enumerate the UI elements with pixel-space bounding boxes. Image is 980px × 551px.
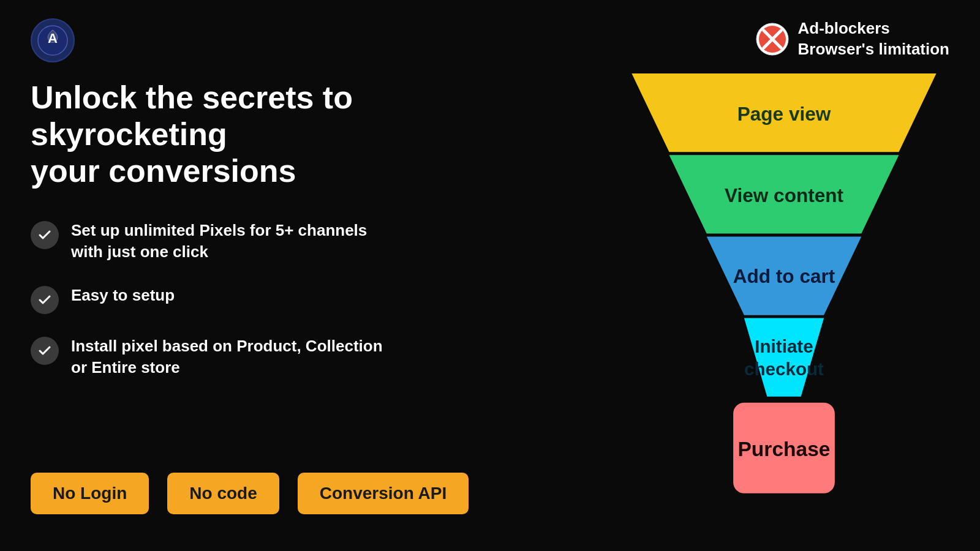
svg-text:checkout: checkout (744, 359, 824, 379)
check-icon-1 (31, 221, 59, 249)
feature-text-3: Install pixel based on Product, Collecti… (71, 335, 383, 378)
feature-text-2: Easy to setup (71, 285, 175, 306)
conversion-api-button[interactable]: Conversion API (298, 473, 469, 514)
feature-item-2: Easy to setup (31, 285, 490, 314)
features-list: Set up unlimited Pixels for 5+ channelsw… (31, 220, 490, 378)
left-content: Unlock the secrets to skyrocketing your … (31, 80, 490, 421)
svg-text:Page view: Page view (737, 103, 831, 125)
feature-item-1: Set up unlimited Pixels for 5+ channelsw… (31, 220, 490, 263)
adblocker-text: Ad-blockers Browser's limitation (798, 18, 949, 60)
svg-text:Initiate: Initiate (755, 336, 813, 356)
logo-circle: A (31, 18, 75, 62)
svg-text:Purchase: Purchase (738, 438, 831, 460)
funnel-area: Page view View content Add to cart Initi… (612, 73, 956, 527)
bottom-buttons: No Login No code Conversion API (31, 473, 469, 514)
funnel-svg: Page view View content Add to cart Initi… (612, 73, 956, 527)
feature-text-1: Set up unlimited Pixels for 5+ channelsw… (71, 220, 367, 263)
main-title: Unlock the secrets to skyrocketing your … (31, 80, 490, 189)
svg-marker-12 (744, 318, 824, 397)
adblocker-notice: Ad-blockers Browser's limitation (755, 18, 949, 60)
logo-area: A (31, 18, 75, 62)
svg-text:Add to cart: Add to cart (733, 265, 835, 287)
svg-text:View content: View content (725, 184, 844, 206)
check-icon-2 (31, 286, 59, 314)
no-code-button[interactable]: No code (167, 473, 279, 514)
adblocker-icon (755, 22, 790, 56)
feature-item-3: Install pixel based on Product, Collecti… (31, 335, 490, 378)
no-login-button[interactable]: No Login (31, 473, 149, 514)
check-icon-3 (31, 337, 59, 365)
